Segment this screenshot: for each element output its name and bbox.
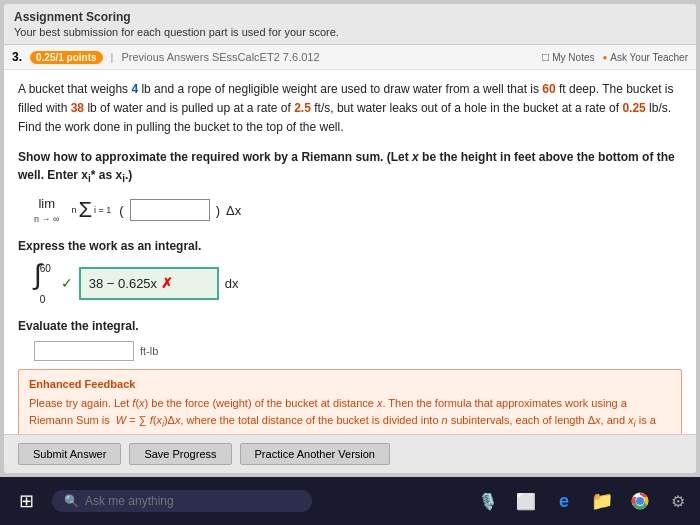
search-bar[interactable]: 🔍	[52, 490, 312, 512]
integral-symbol: ∫	[34, 261, 42, 289]
svg-point-1	[636, 497, 644, 505]
limit-block: lim n → ∞	[34, 194, 59, 227]
previous-answers: Previous Answers SEssCalcET2 7.6.012	[121, 51, 319, 63]
my-notes-button[interactable]: My Notes	[542, 50, 594, 64]
sigma-top: n	[71, 204, 76, 218]
integral-answer-box[interactable]: 38 − 0.625x ✗	[79, 267, 219, 300]
question-number: 3.	[12, 50, 22, 64]
integral-section-label: Express the work as an integral.	[18, 237, 682, 255]
search-icon: 🔍	[64, 494, 79, 508]
points-badge[interactable]: 0.25/1 points	[30, 51, 103, 64]
settings-icon[interactable]: ⚙	[664, 487, 692, 515]
leak-highlight: 0.25	[622, 101, 645, 115]
depth-highlight: 60	[542, 82, 555, 96]
browser-window: Assignment Scoring Your best submission …	[4, 4, 696, 473]
delta-x: Δx	[226, 201, 241, 221]
lim-sub: n → ∞	[34, 213, 59, 227]
feedback-sigma: ∑ f(xi)Δx,	[139, 414, 184, 426]
evaluate-result: ft-lb	[34, 341, 682, 361]
content-area: A bucket that weighs 4 lb and a rope of …	[4, 70, 696, 434]
wrong-answer-x: ✗	[161, 273, 173, 294]
integral-symbol-block: ∫ 60 0	[34, 261, 55, 307]
search-input[interactable]	[85, 494, 300, 508]
assignment-subtitle: Your best submission for each question p…	[14, 26, 686, 38]
bottom-actions: Submit Answer Save Progress Practice Ano…	[4, 434, 696, 473]
question-bar: 3. 0.25/1 points | Previous Answers SEss…	[4, 45, 696, 70]
feedback-text: Please try again. Let f(x) be the force …	[29, 395, 671, 434]
save-progress-button[interactable]: Save Progress	[129, 443, 231, 465]
evaluate-section: Evaluate the integral. ft-lb	[18, 317, 682, 361]
start-button[interactable]: ⊞	[8, 483, 44, 519]
integral-lower: 0	[40, 292, 46, 307]
main-content: Assignment Scoring Your best submission …	[0, 0, 700, 477]
sigma-block: n Σ i = 1	[69, 199, 113, 221]
riemann-section-label: Show how to approximate the required wor…	[18, 148, 682, 186]
close-paren: )	[216, 201, 220, 221]
integral-row: ∫ 60 0 ✓ 38 − 0.625x ✗ dx	[34, 261, 682, 307]
taskbar-icons: 🎙️ ⬜ e 📁 ⚙	[474, 487, 692, 515]
taskbar: ⊞ 🔍 🎙️ ⬜ e 📁 ⚙	[0, 477, 700, 525]
assignment-header: Assignment Scoring Your best submission …	[4, 4, 696, 45]
integral-expr: 38 − 0.625x	[89, 274, 157, 294]
riemann-input[interactable]	[130, 199, 210, 221]
assignment-title: Assignment Scoring	[14, 10, 686, 24]
folder-icon[interactable]: 📁	[588, 487, 616, 515]
problem-text: A bucket that weighs 4 lb and a rope of …	[18, 80, 682, 138]
ft-lb-label: ft-lb	[140, 343, 158, 360]
i-start: i = 1	[94, 204, 111, 218]
right-actions: My Notes Ask Your Teacher	[542, 50, 688, 64]
dx-label: dx	[225, 274, 239, 294]
microphone-icon[interactable]: 🎙️	[474, 487, 502, 515]
practice-another-button[interactable]: Practice Another Version	[240, 443, 390, 465]
feedback-title: Enhanced Feedback	[29, 376, 671, 393]
feedback-box: Enhanced Feedback Please try again. Let …	[18, 369, 682, 434]
sum-limits: n	[71, 204, 76, 218]
evaluate-label: Evaluate the integral.	[18, 317, 682, 335]
evaluate-input[interactable]	[34, 341, 134, 361]
separator: |	[111, 51, 114, 63]
rate-highlight: 2.5	[294, 101, 311, 115]
check-mark-icon: ✓	[61, 273, 73, 294]
ask-teacher-button[interactable]: Ask Your Teacher	[603, 52, 689, 63]
sum-bottom-limits: i = 1	[94, 204, 111, 218]
open-paren: (	[119, 201, 123, 221]
chrome-icon[interactable]	[626, 487, 654, 515]
riemann-sum-row: lim n → ∞ n Σ i = 1 ( )	[34, 194, 682, 227]
task-view-icon[interactable]: ⬜	[512, 487, 540, 515]
edge-icon[interactable]: e	[550, 487, 578, 515]
weight-highlight: 4	[131, 82, 138, 96]
water-highlight: 38	[71, 101, 84, 115]
submit-answer-button[interactable]: Submit Answer	[18, 443, 121, 465]
lim-text: lim	[38, 194, 55, 214]
sigma-symbol: Σ	[78, 199, 92, 221]
